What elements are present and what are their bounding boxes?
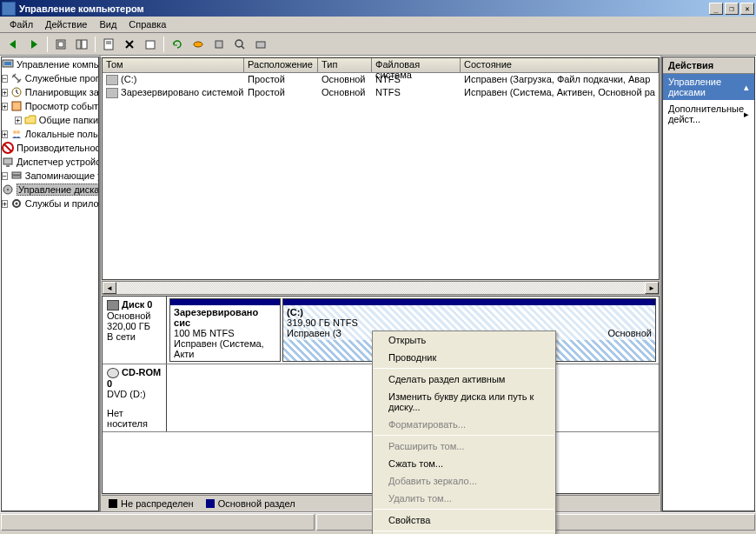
back-button[interactable] [3, 35, 23, 54]
expand-icon[interactable]: + [2, 103, 8, 110]
svg-rect-1 [58, 42, 63, 47]
tree-group-storage[interactable]: −Запоминающие устройства [2, 169, 98, 183]
volume-row[interactable]: Зарезервировано системой Простой Основно… [103, 86, 659, 99]
partition-header [283, 299, 655, 305]
svg-rect-9 [216, 41, 222, 48]
svg-point-8 [194, 42, 202, 47]
ctx-shrink[interactable]: Сжать том... [373, 455, 555, 472]
tree-item-performance[interactable]: Производительность [2, 141, 98, 155]
actions-more[interactable]: Дополнительные дейст... ▸ [663, 100, 754, 128]
delete-button[interactable] [120, 35, 139, 54]
ctx-open[interactable]: Открыть [373, 331, 555, 349]
scroll-track[interactable] [116, 282, 645, 294]
menu-view[interactable]: Вид [93, 17, 123, 31]
tool-button-4[interactable] [251, 35, 270, 54]
col-type[interactable]: Тип [318, 58, 372, 73]
svg-rect-14 [4, 62, 11, 65]
forward-button[interactable] [24, 35, 43, 54]
up-button[interactable] [51, 35, 70, 54]
ctx-mirror: Добавить зеркало... [373, 472, 555, 490]
partition-header [170, 299, 280, 305]
volume-row[interactable]: (C:) Простой Основной NTFS Исправен (Заг… [103, 73, 659, 86]
legend-primary-label: Основной раздел [218, 498, 295, 509]
tree-item-devmgr[interactable]: Диспетчер устройств [2, 155, 98, 169]
actions-header: Действия [663, 57, 754, 74]
scroll-left-button[interactable]: ◄ [103, 282, 116, 294]
refresh-button[interactable] [168, 35, 187, 54]
tree-group-utilities[interactable]: −Служебные программы [2, 71, 98, 85]
ctx-make-active[interactable]: Сделать раздел активным [373, 370, 555, 388]
collapse-icon[interactable]: − [2, 75, 8, 83]
ctx-format: Форматировать... [373, 416, 555, 433]
svg-rect-23 [12, 172, 21, 175]
maximize-button[interactable]: ❐ [725, 3, 739, 15]
svg-rect-24 [12, 176, 21, 178]
minimize-button[interactable]: _ [709, 3, 723, 15]
ctx-explorer[interactable]: Проводник [373, 349, 555, 366]
volume-list[interactable]: Том Расположение Тип Файловая система Со… [102, 57, 660, 280]
tool-button-3[interactable] [230, 35, 249, 54]
menu-action[interactable]: Действие [39, 17, 93, 31]
app-icon [2, 2, 16, 16]
svg-point-18 [17, 130, 20, 134]
window-title: Управление компьютером [19, 3, 707, 14]
ctx-change-letter[interactable]: Изменить букву диска или путь к диску... [373, 388, 555, 416]
tree-item-eventviewer[interactable]: +Просмотр событий [2, 99, 98, 113]
tree-pane: Управление компьютером (лока −Служебные … [0, 56, 100, 512]
context-menu: Открыть Проводник Сделать раздел активны… [372, 330, 556, 534]
tree-item-sharedfolders[interactable]: +Общие папки [2, 113, 98, 127]
collapse-icon[interactable]: − [2, 172, 8, 180]
show-hide-button[interactable] [72, 35, 91, 54]
scroll-right-button[interactable]: ► [645, 282, 659, 294]
tool-button-2[interactable] [209, 35, 229, 54]
svg-rect-2 [76, 40, 81, 49]
tree-item-scheduler[interactable]: +Планировщик заданий [2, 85, 98, 99]
tools-icon [10, 72, 23, 84]
actions-pane: Действия Управление дисками ▴ Дополнител… [661, 56, 756, 512]
clock-icon [10, 86, 23, 98]
ctx-delete: Удалить том... [373, 490, 555, 507]
drive-icon [106, 75, 118, 85]
tree-group-services[interactable]: +Службы и приложения [2, 197, 98, 210]
svg-rect-7 [146, 41, 155, 49]
tool-button-1[interactable] [189, 35, 208, 54]
menu-help[interactable]: Справка [123, 17, 172, 31]
expand-icon[interactable]: + [2, 200, 8, 208]
expand-icon[interactable]: + [2, 89, 8, 97]
ctx-properties[interactable]: Свойства [373, 511, 555, 529]
tree-view[interactable]: Управление компьютером (лока −Служебные … [1, 57, 99, 511]
svg-line-11 [242, 46, 244, 49]
tree-root[interactable]: Управление компьютером (лока [2, 57, 98, 71]
event-icon [10, 100, 23, 112]
svg-rect-12 [256, 42, 265, 48]
svg-rect-4 [104, 39, 113, 50]
disk-label[interactable]: CD-ROM 0 DVD (D:) Нет носителя [103, 364, 167, 431]
svg-point-26 [7, 189, 9, 190]
perf-icon [2, 142, 14, 154]
status-cell [1, 514, 315, 531]
col-fs[interactable]: Файловая система [372, 58, 461, 73]
gear-icon [10, 197, 23, 210]
expand-icon[interactable]: + [15, 117, 22, 124]
legend-primary-swatch [206, 499, 215, 508]
partition-reserved[interactable]: Зарезервировано сис 100 МБ NTFS Исправен… [169, 298, 281, 362]
expand-icon[interactable]: + [2, 130, 8, 138]
tree-item-diskmgmt[interactable]: Управление дисками [2, 183, 98, 197]
disk-label[interactable]: Диск 0 Основной 320,00 ГБ В сети [103, 297, 167, 364]
cdrom-icon [107, 368, 119, 378]
window-titlebar: Управление компьютером _ ❐ ✕ [0, 0, 756, 17]
col-status[interactable]: Состояние [461, 58, 659, 73]
h-scrollbar[interactable]: ◄ ► [102, 281, 660, 295]
properties-button[interactable] [99, 35, 118, 54]
cell-name: Зарезервировано системой [103, 86, 244, 99]
actions-title[interactable]: Управление дисками ▴ [663, 74, 754, 100]
export-button[interactable] [141, 35, 160, 54]
col-layout[interactable]: Расположение [244, 58, 318, 73]
legend-unallocated-label: Не распределен [121, 498, 194, 509]
tree-item-users[interactable]: +Локальные пользовател [2, 127, 98, 141]
ctx-extend: Расширить том... [373, 437, 555, 455]
menu-file[interactable]: Файл [3, 17, 39, 31]
cell-name: (C:) [103, 73, 244, 86]
close-button[interactable]: ✕ [740, 3, 754, 15]
col-volume[interactable]: Том [103, 58, 244, 73]
